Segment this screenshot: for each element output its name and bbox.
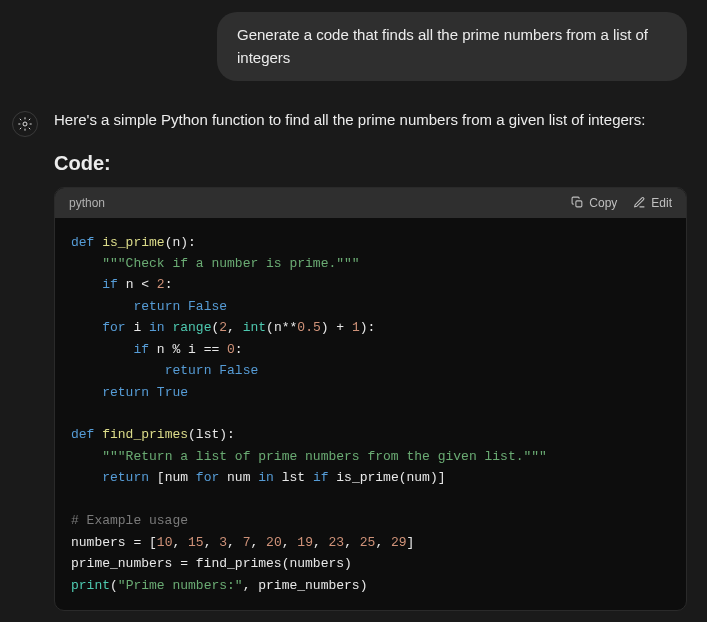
svg-point-0 xyxy=(23,122,27,126)
edit-label: Edit xyxy=(651,196,672,210)
code-header: python Copy xyxy=(55,188,686,218)
assistant-content: Here's a simple Python function to find … xyxy=(54,109,699,611)
copy-label: Copy xyxy=(589,196,617,210)
code-body[interactable]: def is_prime(n): """Check if a number is… xyxy=(55,218,686,610)
user-message-row: Generate a code that finds all the prime… xyxy=(8,12,699,81)
copy-button[interactable]: Copy xyxy=(571,196,617,210)
copy-icon xyxy=(571,196,584,209)
assistant-intro-text: Here's a simple Python function to find … xyxy=(54,109,687,132)
assistant-message-row: Here's a simple Python function to find … xyxy=(8,109,699,611)
svg-rect-1 xyxy=(576,201,582,207)
user-message-text: Generate a code that finds all the prime… xyxy=(237,26,648,66)
assistant-avatar-icon xyxy=(12,111,38,137)
user-message-bubble: Generate a code that finds all the prime… xyxy=(217,12,687,81)
edit-icon xyxy=(633,196,646,209)
code-block: python Copy xyxy=(54,187,687,611)
code-heading: Code: xyxy=(54,152,687,175)
edit-button[interactable]: Edit xyxy=(633,196,672,210)
code-actions: Copy Edit xyxy=(571,196,672,210)
code-language-label: python xyxy=(69,196,105,210)
